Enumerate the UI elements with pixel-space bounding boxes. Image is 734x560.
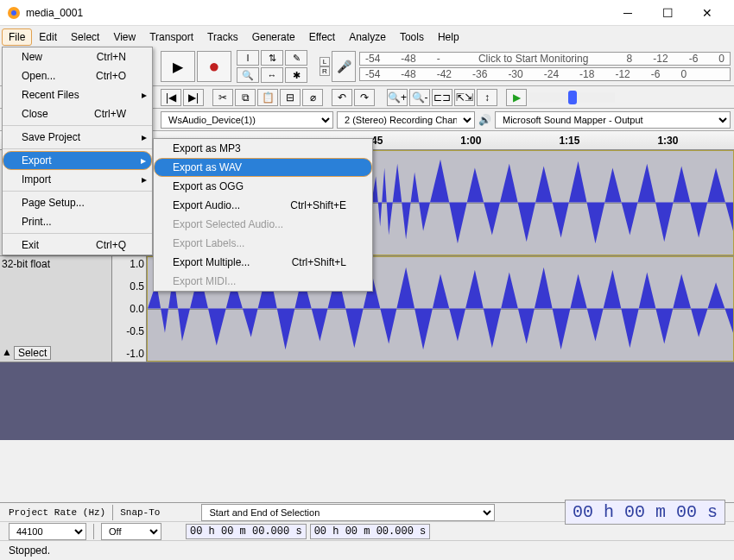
window-title: media_0001 [26, 7, 608, 19]
menuitem-export-audio-[interactable]: Export Audio...Ctrl+Shift+E [154, 196, 372, 215]
project-rate-label: Project Rate (Hz) [9, 507, 105, 518]
minimize-button[interactable]: ─ [608, 0, 648, 26]
trim-icon[interactable]: ⊟ [280, 89, 301, 106]
maximize-button[interactable]: ☐ [648, 0, 687, 26]
menuitem-close[interactable]: CloseCtrl+W [3, 104, 152, 123]
draw-tool-icon[interactable]: ✎ [285, 50, 307, 66]
status-text: Stopped. [9, 544, 50, 557]
zoom-in-icon[interactable]: 🔍+ [387, 89, 408, 106]
menuitem-export-as-ogg[interactable]: Export as OGG [154, 177, 372, 196]
audio-position[interactable]: 00 h 00 m 00 s [565, 500, 725, 525]
menuitem-import[interactable]: Import [3, 170, 152, 189]
play-button[interactable]: ▶ [161, 51, 195, 82]
menuitem-exit[interactable]: ExitCtrl+Q [3, 236, 152, 255]
close-button[interactable]: ✕ [687, 0, 727, 26]
menuitem-export-as-wav[interactable]: Export as WAV [154, 158, 372, 177]
menu-file[interactable]: File [2, 28, 32, 46]
menuitem-export-as-mp-[interactable]: Export as MP3 [154, 139, 372, 158]
copy-icon[interactable]: ⧉ [235, 89, 256, 106]
zoom-tool-icon[interactable]: 🔍 [237, 67, 259, 83]
menuitem-export-midi-: Export MIDI... [154, 272, 372, 291]
zoom-toggle-icon[interactable]: ↕ [477, 89, 497, 106]
menuitem-export-selected-audio-: Export Selected Audio... [154, 215, 372, 234]
envelope-tool-icon[interactable]: ⇅ [261, 50, 283, 66]
zoom-out-icon[interactable]: 🔍- [409, 89, 430, 106]
track-collapse-icon[interactable]: ▲ [2, 346, 12, 360]
menuitem-recent-files[interactable]: Recent Files [3, 85, 152, 104]
menu-select[interactable]: Select [64, 28, 106, 46]
snap-select[interactable]: Off [101, 523, 161, 540]
titlebar: media_0001 ─ ☐ ✕ [0, 0, 734, 26]
record-button[interactable]: ● [197, 51, 231, 82]
track-select-button[interactable]: Select [14, 346, 51, 360]
menuitem-save-project[interactable]: Save Project [3, 128, 152, 147]
selection-start[interactable]: 00 h 00 m 00.000 s [186, 524, 307, 539]
speaker-icon: 🔊 [478, 114, 491, 126]
menu-analyze[interactable]: Analyze [342, 28, 393, 46]
selection-mode-select[interactable]: Start and End of Selection [201, 504, 495, 521]
menuitem-page-setup-[interactable]: Page Setup... [3, 193, 152, 212]
svg-point-1 [11, 10, 16, 16]
menuitem-export-multiple-[interactable]: Export Multiple...Ctrl+Shift+L [154, 253, 372, 272]
zoom-sel-icon[interactable]: ⊏⊐ [432, 89, 452, 106]
track-area-empty[interactable] [0, 362, 734, 440]
timeshift-tool-icon[interactable]: ↔ [261, 67, 283, 83]
speed-slider[interactable] [528, 92, 615, 103]
menuitem-export-labels-: Export Labels... [154, 234, 372, 253]
menu-tools[interactable]: Tools [393, 28, 431, 46]
menubar: FileEditSelectViewTransportTracksGenerat… [0, 26, 734, 47]
silence-icon[interactable]: ⌀ [302, 89, 323, 106]
menu-transport[interactable]: Transport [142, 28, 200, 46]
menu-view[interactable]: View [106, 28, 142, 46]
menu-tracks[interactable]: Tracks [200, 28, 245, 46]
snap-label: Snap-To [120, 507, 160, 518]
menu-effect[interactable]: Effect [302, 28, 342, 46]
output-device-select[interactable]: Microsoft Sound Mapper - Output [495, 111, 731, 129]
app-logo-icon [7, 6, 21, 20]
paste-icon[interactable]: 📋 [257, 89, 278, 106]
skip-start-icon[interactable]: |◀ [161, 89, 181, 106]
menuitem-print-[interactable]: Print... [3, 212, 152, 231]
file-menu: NewCtrl+NOpen...Ctrl+ORecent FilesCloseC… [2, 47, 153, 255]
recording-meter[interactable]: -54-48- Click to Start Monitoring 8-12-6… [359, 52, 731, 66]
audio-host-select[interactable]: WsAudio_Device(1)) [161, 111, 333, 129]
menuitem-new[interactable]: NewCtrl+N [3, 47, 152, 66]
multi-tool-icon[interactable]: ✱ [285, 67, 307, 83]
menu-generate[interactable]: Generate [245, 28, 302, 46]
track-panel-2[interactable]: 32-bit float ▲Select [0, 256, 112, 362]
export-submenu: Export as MP3Export as WAVExport as OGGE… [153, 138, 373, 292]
undo-icon[interactable]: ↶ [332, 89, 352, 106]
menuitem-export[interactable]: Export [3, 151, 152, 170]
playback-meter[interactable]: -54-48-42-36-30-24-18-12-60 [359, 67, 731, 81]
play-at-speed-icon[interactable]: ▶ [506, 89, 527, 106]
menu-help[interactable]: Help [431, 28, 466, 46]
redo-icon[interactable]: ↷ [354, 89, 375, 106]
cut-icon[interactable]: ✂ [212, 89, 233, 106]
menu-edit[interactable]: Edit [32, 28, 64, 46]
selection-tool-icon[interactable]: I [237, 50, 259, 66]
channels-select[interactable]: 2 (Stereo) Recording Chann [337, 111, 475, 129]
zoom-fit-icon[interactable]: ⇱⇲ [454, 89, 475, 106]
selection-end[interactable]: 00 h 00 m 00.000 s [310, 524, 431, 539]
skip-end-icon[interactable]: ▶| [183, 89, 204, 106]
menuitem-open-[interactable]: Open...Ctrl+O [3, 66, 152, 85]
project-rate-select[interactable]: 44100 [9, 523, 86, 540]
mic-icon[interactable]: 🎤 [332, 51, 356, 82]
